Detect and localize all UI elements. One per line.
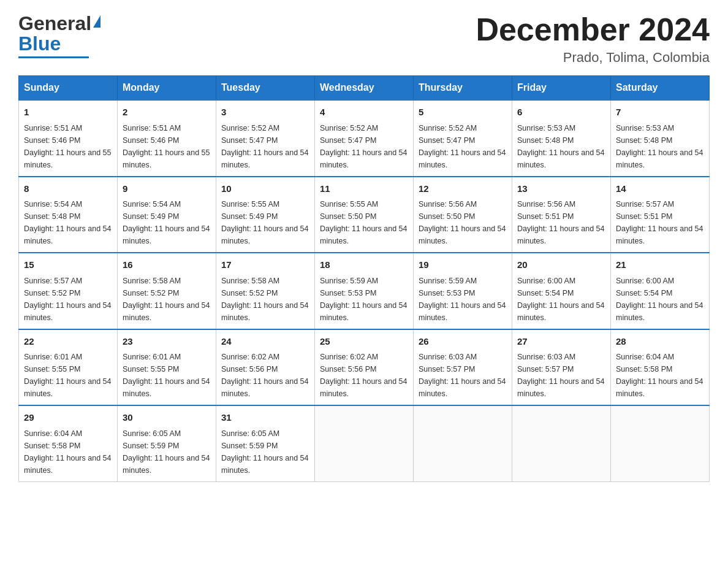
day-info: Sunrise: 5:55 AMSunset: 5:49 PMDaylight:… bbox=[221, 198, 309, 247]
title-section: December 2024 Prado, Tolima, Colombia bbox=[476, 12, 710, 66]
day-number: 8 bbox=[24, 182, 112, 196]
day-number: 11 bbox=[320, 182, 408, 196]
table-row: 12Sunrise: 5:56 AMSunset: 5:50 PMDayligh… bbox=[414, 177, 512, 253]
day-info: Sunrise: 5:57 AMSunset: 5:52 PMDaylight:… bbox=[24, 275, 112, 324]
day-info: Sunrise: 6:01 AMSunset: 5:55 PMDaylight:… bbox=[123, 351, 211, 400]
day-number: 31 bbox=[221, 411, 309, 425]
day-number: 15 bbox=[24, 258, 112, 272]
col-saturday: Saturday bbox=[611, 76, 710, 101]
day-info: Sunrise: 6:02 AMSunset: 5:56 PMDaylight:… bbox=[221, 351, 309, 400]
day-number: 30 bbox=[123, 411, 211, 425]
day-info: Sunrise: 5:53 AMSunset: 5:48 PMDaylight:… bbox=[517, 122, 605, 171]
col-thursday: Thursday bbox=[414, 76, 512, 101]
table-row: 9Sunrise: 5:54 AMSunset: 5:49 PMDaylight… bbox=[118, 177, 216, 253]
week-row-1: 1Sunrise: 5:51 AMSunset: 5:46 PMDaylight… bbox=[19, 100, 710, 177]
day-number: 1 bbox=[24, 105, 112, 120]
day-number: 22 bbox=[24, 335, 112, 349]
day-number: 19 bbox=[419, 258, 507, 272]
page-header: General Blue December 2024 Prado, Tolima… bbox=[18, 12, 710, 66]
day-info: Sunrise: 5:59 AMSunset: 5:53 PMDaylight:… bbox=[419, 275, 507, 324]
day-info: Sunrise: 6:00 AMSunset: 5:54 PMDaylight:… bbox=[616, 275, 704, 324]
day-info: Sunrise: 6:04 AMSunset: 5:58 PMDaylight:… bbox=[24, 427, 112, 477]
table-row: 19Sunrise: 5:59 AMSunset: 5:53 PMDayligh… bbox=[414, 253, 512, 329]
day-info: Sunrise: 5:52 AMSunset: 5:47 PMDaylight:… bbox=[419, 122, 507, 171]
day-number: 17 bbox=[221, 258, 309, 272]
day-info: Sunrise: 5:51 AMSunset: 5:46 PMDaylight:… bbox=[24, 122, 112, 171]
col-wednesday: Wednesday bbox=[315, 76, 414, 101]
day-number: 23 bbox=[123, 335, 211, 349]
day-info: Sunrise: 5:55 AMSunset: 5:50 PMDaylight:… bbox=[320, 198, 408, 247]
day-number: 21 bbox=[616, 258, 704, 272]
logo-general-text: General bbox=[18, 12, 91, 35]
calendar-header-row: Sunday Monday Tuesday Wednesday Thursday… bbox=[19, 76, 710, 101]
day-info: Sunrise: 6:03 AMSunset: 5:57 PMDaylight:… bbox=[517, 351, 605, 400]
logo-triangle-icon bbox=[93, 15, 100, 28]
week-row-4: 22Sunrise: 6:01 AMSunset: 5:55 PMDayligh… bbox=[19, 329, 710, 406]
day-info: Sunrise: 6:02 AMSunset: 5:56 PMDaylight:… bbox=[320, 351, 408, 400]
table-row: 13Sunrise: 5:56 AMSunset: 5:51 PMDayligh… bbox=[512, 177, 611, 253]
col-monday: Monday bbox=[118, 76, 216, 101]
day-info: Sunrise: 5:56 AMSunset: 5:50 PMDaylight:… bbox=[419, 198, 507, 247]
logo-blue-text: Blue bbox=[18, 33, 61, 55]
location-title: Prado, Tolima, Colombia bbox=[476, 50, 710, 66]
table-row: 30Sunrise: 6:05 AMSunset: 5:59 PMDayligh… bbox=[118, 405, 216, 481]
col-sunday: Sunday bbox=[19, 76, 118, 101]
day-info: Sunrise: 5:53 AMSunset: 5:48 PMDaylight:… bbox=[616, 122, 704, 171]
day-info: Sunrise: 6:00 AMSunset: 5:54 PMDaylight:… bbox=[517, 275, 605, 324]
day-info: Sunrise: 5:52 AMSunset: 5:47 PMDaylight:… bbox=[221, 122, 309, 171]
day-number: 13 bbox=[517, 182, 605, 196]
table-row: 27Sunrise: 6:03 AMSunset: 5:57 PMDayligh… bbox=[512, 329, 611, 406]
day-number: 26 bbox=[419, 335, 507, 349]
day-number: 5 bbox=[419, 105, 507, 120]
day-number: 27 bbox=[517, 335, 605, 349]
day-info: Sunrise: 5:56 AMSunset: 5:51 PMDaylight:… bbox=[517, 198, 605, 247]
day-number: 10 bbox=[221, 182, 309, 196]
table-row: 10Sunrise: 5:55 AMSunset: 5:49 PMDayligh… bbox=[216, 177, 315, 253]
table-row: 6Sunrise: 5:53 AMSunset: 5:48 PMDaylight… bbox=[512, 100, 611, 177]
table-row: 2Sunrise: 5:51 AMSunset: 5:46 PMDaylight… bbox=[118, 100, 216, 177]
table-row: 29Sunrise: 6:04 AMSunset: 5:58 PMDayligh… bbox=[19, 405, 118, 481]
day-number: 7 bbox=[616, 105, 704, 120]
day-number: 6 bbox=[517, 105, 605, 120]
day-number: 3 bbox=[221, 105, 309, 120]
col-friday: Friday bbox=[512, 76, 611, 101]
day-number: 25 bbox=[320, 335, 408, 349]
table-row: 26Sunrise: 6:03 AMSunset: 5:57 PMDayligh… bbox=[414, 329, 512, 406]
day-info: Sunrise: 5:52 AMSunset: 5:47 PMDaylight:… bbox=[320, 122, 408, 171]
day-info: Sunrise: 5:54 AMSunset: 5:48 PMDaylight:… bbox=[24, 198, 112, 247]
day-info: Sunrise: 5:59 AMSunset: 5:53 PMDaylight:… bbox=[320, 275, 408, 324]
table-row: 15Sunrise: 5:57 AMSunset: 5:52 PMDayligh… bbox=[19, 253, 118, 329]
table-row: 11Sunrise: 5:55 AMSunset: 5:50 PMDayligh… bbox=[315, 177, 414, 253]
week-row-3: 15Sunrise: 5:57 AMSunset: 5:52 PMDayligh… bbox=[19, 253, 710, 329]
day-number: 14 bbox=[616, 182, 704, 196]
table-row: 14Sunrise: 5:57 AMSunset: 5:51 PMDayligh… bbox=[611, 177, 710, 253]
table-row: 4Sunrise: 5:52 AMSunset: 5:47 PMDaylight… bbox=[315, 100, 414, 177]
day-info: Sunrise: 5:58 AMSunset: 5:52 PMDaylight:… bbox=[221, 275, 309, 324]
day-number: 18 bbox=[320, 258, 408, 272]
table-row: 18Sunrise: 5:59 AMSunset: 5:53 PMDayligh… bbox=[315, 253, 414, 329]
table-row: 5Sunrise: 5:52 AMSunset: 5:47 PMDaylight… bbox=[414, 100, 512, 177]
logo: General Blue bbox=[18, 12, 100, 58]
day-info: Sunrise: 6:05 AMSunset: 5:59 PMDaylight:… bbox=[123, 427, 211, 477]
table-row: 31Sunrise: 6:05 AMSunset: 5:59 PMDayligh… bbox=[216, 405, 315, 481]
table-row: 22Sunrise: 6:01 AMSunset: 5:55 PMDayligh… bbox=[19, 329, 118, 406]
month-title: December 2024 bbox=[476, 12, 710, 47]
day-number: 29 bbox=[24, 411, 112, 425]
table-row: 8Sunrise: 5:54 AMSunset: 5:48 PMDaylight… bbox=[19, 177, 118, 253]
table-row: 28Sunrise: 6:04 AMSunset: 5:58 PMDayligh… bbox=[611, 329, 710, 406]
day-info: Sunrise: 5:54 AMSunset: 5:49 PMDaylight:… bbox=[123, 198, 211, 247]
week-row-5: 29Sunrise: 6:04 AMSunset: 5:58 PMDayligh… bbox=[19, 405, 710, 481]
table-row: 24Sunrise: 6:02 AMSunset: 5:56 PMDayligh… bbox=[216, 329, 315, 406]
day-info: Sunrise: 6:04 AMSunset: 5:58 PMDaylight:… bbox=[616, 351, 704, 400]
day-number: 28 bbox=[616, 335, 704, 349]
week-row-2: 8Sunrise: 5:54 AMSunset: 5:48 PMDaylight… bbox=[19, 177, 710, 253]
calendar-table: Sunday Monday Tuesday Wednesday Thursday… bbox=[18, 75, 710, 482]
day-number: 20 bbox=[517, 258, 605, 272]
table-row bbox=[611, 405, 710, 481]
day-number: 4 bbox=[320, 105, 408, 120]
day-number: 24 bbox=[221, 335, 309, 349]
day-info: Sunrise: 5:58 AMSunset: 5:52 PMDaylight:… bbox=[123, 275, 211, 324]
table-row: 16Sunrise: 5:58 AMSunset: 5:52 PMDayligh… bbox=[118, 253, 216, 329]
day-number: 9 bbox=[123, 182, 211, 196]
table-row: 7Sunrise: 5:53 AMSunset: 5:48 PMDaylight… bbox=[611, 100, 710, 177]
